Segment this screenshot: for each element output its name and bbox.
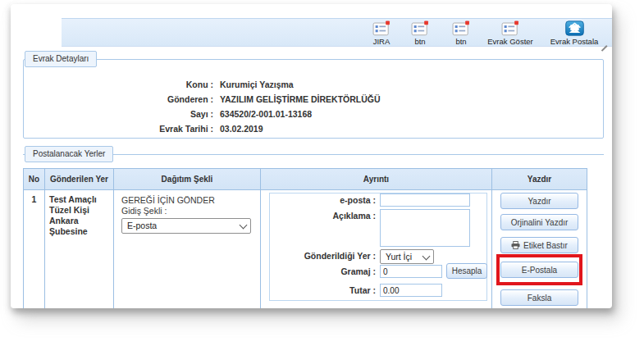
e-postala-button[interactable]: E-Postala <box>500 262 578 278</box>
gidis-sekli-select[interactable]: E-posta <box>121 218 251 234</box>
toolbar-button-label: Evrak Göster <box>487 37 532 46</box>
column-header-gonderilen-yer: Gönderilen Yer <box>45 169 114 190</box>
recipient-line: Tüzel Kişi <box>49 205 112 216</box>
recipient-line: Ankara <box>49 216 112 226</box>
field-value: YAZILIM GELİŞTİRME DİREKTÖRLÜĞÜ <box>220 94 381 104</box>
field-value: 03.02.2019 <box>220 124 263 134</box>
gidis-sekli-label: Gidiş Şekli : <box>121 206 257 216</box>
gidis-sekli-selected-value: E-posta <box>127 221 157 230</box>
toolbar-button-label: Evrak Postala <box>550 37 599 46</box>
postalanacak-legend: Postalanacak Yerler <box>25 146 113 162</box>
toolbar: JIRA btn btn Evrak Göster Evrak Postala <box>62 18 612 47</box>
hesapla-button[interactable]: Hesapla <box>446 263 487 279</box>
gramaj-input[interactable] <box>380 265 442 278</box>
cell-dagitim-sekli: GEREĞİ İÇİN GÖNDER Gidiş Şekli : E-posta <box>114 190 261 308</box>
printer-icon <box>511 241 520 249</box>
table-row: 1 Test Amaçlı Tüzel Kişi Ankara Şubesine… <box>24 190 587 308</box>
column-header-no: No <box>24 169 45 190</box>
column-header-ayrinti: Ayrıntı <box>261 169 492 190</box>
faksla-button[interactable]: Faksla <box>500 289 578 306</box>
column-header-dagitim-sekli: Dağıtım Şekli <box>114 169 261 190</box>
field-value: Kurumiçi Yazışma <box>220 80 294 89</box>
toolbar-button-label: btn <box>455 37 466 46</box>
form-list-icon <box>451 20 471 36</box>
distribution-type-text: GEREĞİ İÇİN GÖNDER <box>121 195 257 206</box>
gramaj-label: Gramaj : <box>261 266 376 276</box>
table-header-row: No Gönderilen Yer Dağıtım Şekli Ayrıntı … <box>24 169 587 190</box>
cell-yazdir: Yazdır Orjinalini Yazdır Etiket Bastır E… <box>492 190 587 308</box>
eposta-input[interactable] <box>380 193 470 207</box>
tutar-label: Tutar : <box>261 285 376 295</box>
gonderildigi-yer-select[interactable]: Yurt İçi <box>380 249 434 264</box>
field-label: Konu : <box>23 80 213 89</box>
gonderildigi-yer-selected-value: Yurt İçi <box>386 252 412 262</box>
cell-ayrinti: e-posta : Açıklama : Gönderildiği Yer : … <box>261 190 492 308</box>
gonderildigi-yer-label: Gönderildiği Yer : <box>261 251 376 261</box>
column-header-yazdir: Yazdır <box>492 169 587 190</box>
form-list-icon <box>500 20 520 36</box>
mail-icon <box>564 20 585 36</box>
tutar-input[interactable] <box>380 284 442 297</box>
toolbar-button-evrak-postala[interactable]: Evrak Postala <box>540 20 609 46</box>
field-label: Sayı : <box>23 109 213 119</box>
application-window: JIRA btn btn Evrak Göster Evrak Postala … <box>11 4 612 308</box>
recipient-line: Şubesine <box>49 226 112 237</box>
highlight-annotation-box: E-Postala <box>496 254 582 285</box>
toolbar-button-label: btn <box>414 37 425 46</box>
etiket-bastir-label: Etiket Bastır <box>523 241 568 250</box>
toolbar-button-evrak-goster[interactable]: Evrak Göster <box>476 20 545 46</box>
cell-gonderilen-yer: Test Amaçlı Tüzel Kişi Ankara Şubesine <box>45 190 114 308</box>
field-label: Gönderen : <box>23 94 213 104</box>
postalanacak-table: No Gönderilen Yer Dağıtım Şekli Ayrıntı … <box>23 168 587 308</box>
chevron-down-icon <box>240 221 248 230</box>
chevron-down-icon <box>422 253 431 261</box>
field-label: Evrak Tarihi : <box>23 124 213 134</box>
cell-no: 1 <box>24 190 45 308</box>
eposta-label: e-posta : <box>261 195 376 205</box>
evrak-detaylari-legend: Evrak Detayları <box>25 51 97 67</box>
orjinalini-yazdir-button[interactable]: Orjinalini Yazdır <box>500 214 578 230</box>
aciklama-textarea[interactable] <box>380 209 470 247</box>
etiket-bastir-button[interactable]: Etiket Bastır <box>500 237 578 253</box>
field-value: 634520/2-001.01-13168 <box>220 109 312 119</box>
recipient-line: Test Amaçlı <box>49 194 112 205</box>
aciklama-label: Açıklama : <box>261 211 376 221</box>
yazdir-button[interactable]: Yazdır <box>500 193 578 209</box>
